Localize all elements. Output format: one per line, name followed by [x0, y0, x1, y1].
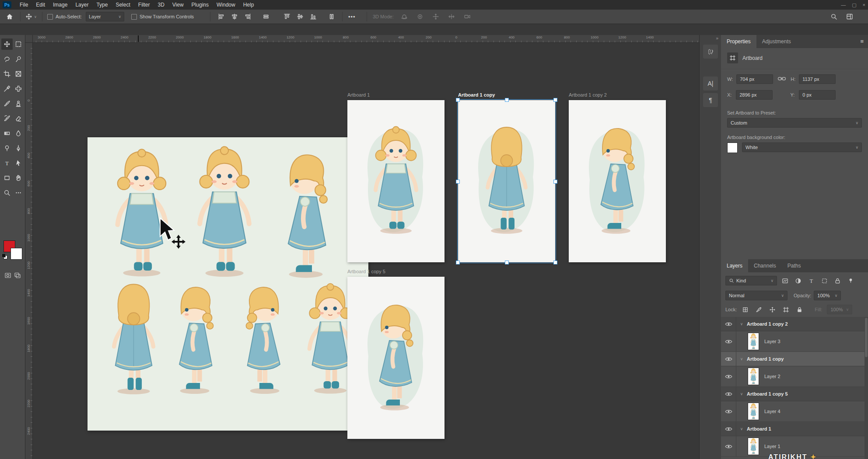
- layer-thumbnail[interactable]: [748, 333, 759, 350]
- transform-handle[interactable]: [456, 261, 460, 264]
- align-bottom-icon[interactable]: [310, 10, 317, 24]
- tool-lasso[interactable]: [1, 53, 13, 65]
- expand-chevron-icon[interactable]: ∨: [736, 322, 747, 326]
- visibility-eye-icon[interactable]: [721, 317, 736, 331]
- artboard-1-copy-2[interactable]: [569, 100, 666, 262]
- transform-handle[interactable]: [553, 180, 557, 184]
- lock-artboard-icon[interactable]: [780, 305, 791, 314]
- blend-mode-dropdown[interactable]: Normal ∨: [725, 291, 788, 300]
- artboard-label[interactable]: Artboard 1 copy 2: [569, 92, 607, 99]
- align-top-icon[interactable]: [284, 10, 290, 24]
- height-field[interactable]: 1137 px: [799, 74, 836, 84]
- tool-pen[interactable]: [13, 143, 24, 154]
- menu-image[interactable]: Image: [49, 0, 71, 10]
- tool-history-brush[interactable]: [1, 113, 13, 124]
- tool-move[interactable]: [1, 38, 13, 50]
- align-h-center-icon[interactable]: [231, 10, 238, 24]
- tool-path-select[interactable]: [13, 157, 24, 169]
- transform-handle[interactable]: [553, 98, 557, 102]
- distribute-h-icon[interactable]: [262, 10, 270, 24]
- visibility-eye-icon[interactable]: [721, 366, 736, 386]
- menu-type[interactable]: Type: [92, 0, 112, 10]
- expand-chevron-icon[interactable]: ∨: [736, 357, 747, 361]
- tool-crop[interactable]: [1, 68, 13, 80]
- visibility-eye-icon[interactable]: [721, 422, 736, 436]
- maximize-button[interactable]: ▢: [852, 2, 856, 8]
- background-color-swatch[interactable]: [10, 248, 22, 260]
- filter-type-layers-icon[interactable]: T: [806, 276, 816, 285]
- align-right-icon[interactable]: [244, 10, 251, 24]
- show-transform-toggle[interactable]: Show Transform Controls: [131, 10, 194, 24]
- more-options-button[interactable]: •••: [348, 10, 356, 24]
- tool-rectangle[interactable]: [1, 172, 13, 184]
- minimize-button[interactable]: —: [841, 2, 846, 7]
- artboard-group-row[interactable]: ∨Artboard 1: [721, 422, 864, 436]
- tool-brush[interactable]: [1, 98, 13, 109]
- artboard-label[interactable]: Artboard 1: [347, 92, 370, 99]
- screen-mode-icon[interactable]: [13, 271, 22, 280]
- align-left-icon[interactable]: [218, 10, 225, 24]
- filter-smart-objects-icon[interactable]: [832, 276, 843, 285]
- artboard-label[interactable]: Artboard 1 copy 5: [347, 269, 385, 276]
- visibility-eye-icon[interactable]: [721, 331, 736, 351]
- artboard-group-row[interactable]: ∨Artboard 1 copy 2: [721, 317, 864, 331]
- link-dimensions-icon[interactable]: [777, 75, 786, 83]
- layers-scrollbar[interactable]: [864, 317, 868, 459]
- menu-select[interactable]: Select: [112, 0, 134, 10]
- move-tool-option-icon[interactable]: ∨: [25, 10, 37, 24]
- tab-layers[interactable]: Layers: [721, 259, 748, 272]
- layer-thumbnail[interactable]: [748, 403, 759, 420]
- search-icon[interactable]: [830, 10, 837, 24]
- x-field[interactable]: 2896 px: [736, 90, 773, 100]
- y-field[interactable]: 0 px: [799, 90, 836, 100]
- tool-healing[interactable]: [13, 83, 24, 94]
- tool-hand[interactable]: [13, 172, 24, 184]
- filter-toggle-icon[interactable]: [845, 276, 856, 285]
- layer-row[interactable]: Layer 2: [721, 366, 864, 387]
- tool-clone-stamp[interactable]: [13, 98, 24, 109]
- auto-select-checkbox[interactable]: [47, 14, 53, 20]
- layer-row[interactable]: Layer 4: [721, 401, 864, 422]
- menu-layer[interactable]: Layer: [71, 0, 92, 10]
- layer-thumbnail[interactable]: [748, 438, 759, 455]
- tool-dodge[interactable]: [1, 143, 13, 154]
- menu-help[interactable]: Help: [239, 0, 258, 10]
- paragraph-panel-icon[interactable]: ¶: [703, 93, 718, 107]
- lock-transparent-icon[interactable]: [740, 305, 750, 314]
- tab-channels[interactable]: Channels: [748, 259, 782, 272]
- filter-pixel-layers-icon[interactable]: [780, 276, 790, 285]
- artboard-1-copy[interactable]: [458, 100, 555, 262]
- show-transform-checkbox[interactable]: [131, 14, 137, 20]
- filter-adjustment-layers-icon[interactable]: [793, 276, 803, 285]
- workspace-icon[interactable]: [846, 10, 853, 24]
- visibility-eye-icon[interactable]: [721, 401, 736, 421]
- tool-type[interactable]: T: [1, 157, 13, 169]
- tool-more[interactable]: [13, 187, 24, 198]
- artboard-group-row[interactable]: ∨Artboard 1 copy: [721, 352, 864, 366]
- tool-eraser[interactable]: [13, 113, 24, 124]
- filter-shape-layers-icon[interactable]: [819, 276, 830, 285]
- layer-thumbnail[interactable]: [748, 368, 759, 385]
- menu-filter[interactable]: Filter: [134, 0, 154, 10]
- transform-handle[interactable]: [456, 98, 460, 102]
- width-field[interactable]: 704 px: [736, 74, 773, 84]
- layer-row[interactable]: Layer 3: [721, 331, 864, 352]
- bg-color-swatch[interactable]: [727, 143, 738, 153]
- align-v-center-icon[interactable]: [297, 10, 304, 24]
- tool-eyedropper[interactable]: [1, 83, 13, 94]
- expand-chevron-icon[interactable]: ∨: [736, 427, 747, 431]
- tab-paths[interactable]: Paths: [782, 259, 807, 272]
- distribute-v-icon[interactable]: [328, 10, 335, 24]
- artboard-1[interactable]: [347, 100, 444, 262]
- default-colors-icon[interactable]: [2, 254, 7, 259]
- artboard-group-row[interactable]: ∨Artboard 1 copy 5: [721, 387, 864, 401]
- preset-dropdown[interactable]: Custom ∨: [727, 118, 862, 128]
- tool-marquee[interactable]: [13, 38, 24, 50]
- glyphs-panel-icon[interactable]: [703, 45, 718, 59]
- filter-kind-dropdown[interactable]: Kind ∨: [725, 276, 777, 285]
- tool-quick-select[interactable]: [13, 53, 24, 65]
- menu-file[interactable]: File: [16, 0, 32, 10]
- bg-color-dropdown[interactable]: White ∨: [742, 143, 862, 152]
- tool-frame[interactable]: [13, 68, 24, 80]
- expand-chevron-icon[interactable]: ∨: [736, 392, 747, 396]
